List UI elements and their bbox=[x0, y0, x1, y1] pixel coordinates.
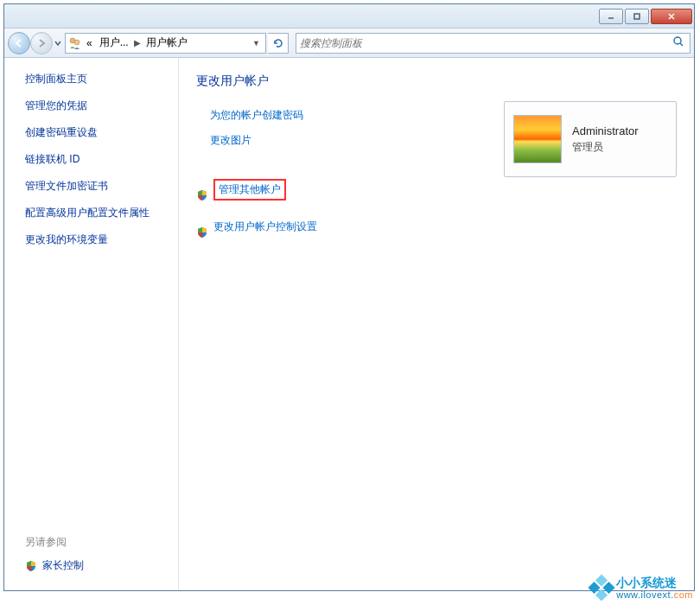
page-title: 更改用户帐户 bbox=[196, 73, 677, 89]
svg-point-6 bbox=[674, 37, 681, 44]
sidebar-link-encryption-cert[interactable]: 管理文件加密证书 bbox=[25, 179, 169, 194]
search-input[interactable] bbox=[300, 37, 672, 49]
action-uac-settings[interactable]: 更改用户帐户控制设置 bbox=[213, 220, 317, 234]
sidebar: 控制面板主页 管理您的凭据 创建密码重设盘 链接联机 ID 管理文件加密证书 配… bbox=[4, 58, 179, 590]
breadcrumb-2[interactable]: 用户帐户 bbox=[143, 35, 191, 50]
breadcrumb-prefix: « bbox=[83, 37, 96, 49]
nav-buttons bbox=[8, 32, 63, 54]
shield-icon bbox=[196, 226, 208, 239]
sidebar-link-profile-props[interactable]: 配置高级用户配置文件属性 bbox=[25, 206, 169, 220]
watermark-url: www.ilovext.com bbox=[616, 589, 693, 595]
search-box[interactable] bbox=[296, 33, 690, 54]
sidebar-footer-heading: 另请参阅 bbox=[25, 535, 169, 550]
sidebar-link-credentials[interactable]: 管理您的凭据 bbox=[25, 99, 169, 113]
sidebar-footer-label: 家长控制 bbox=[42, 558, 84, 573]
sidebar-footer-link-parental[interactable]: 家长控制 bbox=[25, 558, 169, 573]
action-row-uac: 更改用户帐户控制设置 bbox=[196, 220, 677, 245]
avatar bbox=[513, 115, 562, 163]
close-button[interactable] bbox=[651, 9, 692, 24]
shield-icon bbox=[196, 189, 208, 201]
body: ? 控制面板主页 管理您的凭据 创建密码重设盘 链接联机 ID 管理文件加密证书… bbox=[4, 58, 694, 590]
action-row-manage-accounts: 管理其他帐户 bbox=[196, 179, 677, 211]
sidebar-link-env-vars[interactable]: 更改我的环境变量 bbox=[25, 232, 169, 247]
account-card[interactable]: Administrator 管理员 bbox=[504, 101, 677, 177]
sidebar-link-password-reset[interactable]: 创建密码重设盘 bbox=[25, 125, 169, 140]
breadcrumb-1[interactable]: 用户... bbox=[96, 35, 132, 50]
account-role: 管理员 bbox=[572, 140, 639, 155]
maximize-button[interactable] bbox=[625, 9, 649, 24]
watermark: 小小系统迷 www.ilovext.com bbox=[592, 576, 693, 595]
titlebar bbox=[4, 4, 694, 29]
minimize-button[interactable] bbox=[599, 9, 623, 24]
user-accounts-icon bbox=[67, 35, 83, 51]
action-manage-other-accounts[interactable]: 管理其他帐户 bbox=[213, 179, 286, 201]
shield-icon bbox=[25, 560, 37, 572]
svg-rect-1 bbox=[634, 14, 640, 19]
svg-line-7 bbox=[680, 43, 683, 46]
account-name: Administrator bbox=[572, 124, 639, 137]
address-bar[interactable]: « 用户... ▶ 用户帐户 ▼ bbox=[65, 33, 266, 54]
window: « 用户... ▶ 用户帐户 ▼ ? 控制面板主页 管理您的凭据 创建密码重设盘… bbox=[3, 3, 695, 591]
navbar: « 用户... ▶ 用户帐户 ▼ bbox=[4, 29, 694, 58]
forward-button[interactable] bbox=[30, 32, 53, 54]
search-icon[interactable] bbox=[672, 35, 686, 50]
action-create-password[interactable]: 为您的帐户创建密码 bbox=[210, 108, 303, 123]
sidebar-link-online-id[interactable]: 链接联机 ID bbox=[25, 152, 169, 167]
watermark-text: 小小系统迷 www.ilovext.com bbox=[616, 576, 693, 595]
main-area: 更改用户帐户 为您的帐户创建密码 更改图片 管理其他帐户 更改用户帐户控制设 bbox=[179, 58, 694, 590]
back-button[interactable] bbox=[8, 32, 30, 54]
history-dropdown[interactable] bbox=[53, 32, 63, 54]
breadcrumb-sep-icon: ▶ bbox=[132, 38, 143, 48]
svg-point-5 bbox=[74, 40, 80, 45]
refresh-button[interactable] bbox=[268, 33, 289, 54]
account-info: Administrator 管理员 bbox=[572, 124, 639, 155]
action-group-2: 管理其他帐户 更改用户帐户控制设置 bbox=[196, 179, 677, 245]
window-controls bbox=[599, 9, 692, 24]
action-change-picture[interactable]: 更改图片 bbox=[210, 133, 251, 148]
watermark-cn: 小小系统迷 bbox=[616, 576, 693, 589]
address-dropdown-icon[interactable]: ▼ bbox=[249, 39, 264, 48]
watermark-logo-icon bbox=[589, 575, 615, 595]
sidebar-footer: 另请参阅 家长控制 bbox=[25, 535, 169, 582]
sidebar-heading[interactable]: 控制面板主页 bbox=[25, 72, 169, 86]
